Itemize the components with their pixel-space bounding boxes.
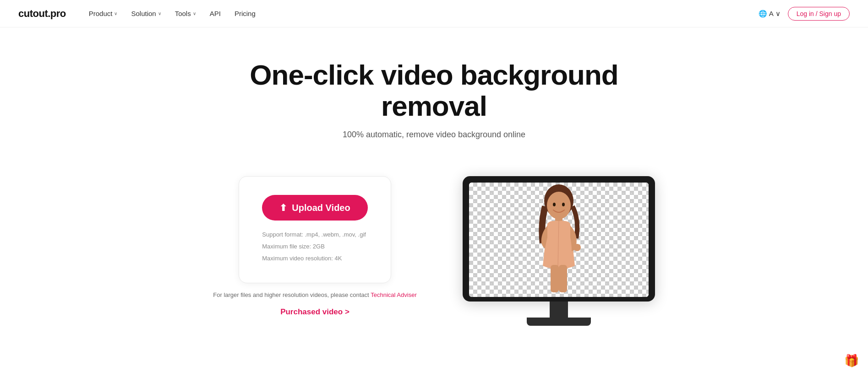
monitor-neck (550, 302, 568, 318)
language-button[interactable]: 🌐 A ∨ (759, 10, 781, 18)
technical-adviser-link[interactable]: Technical Adviser (371, 291, 416, 298)
size-info: Maximum file size: 2GB (262, 241, 367, 253)
monitor-base (527, 318, 591, 326)
upload-video-button[interactable]: ⬆ Upload Video (262, 195, 367, 221)
nav-links: Product ∨ Solution ∨ Tools ∨ API Pricing (89, 10, 759, 17)
nav-item-tools[interactable]: Tools ∨ (175, 10, 196, 17)
nav-right: 🌐 A ∨ Log in / Sign up (759, 7, 850, 21)
navbar: cutout.pro Product ∨ Solution ∨ Tools ∨ … (0, 0, 868, 27)
svg-rect-6 (551, 265, 559, 292)
main-content: ⬆ Upload Video Support format: .mp4, .we… (0, 158, 868, 326)
woman-figure (522, 183, 595, 297)
hero-subtitle: 100% automatic, remove video background … (343, 130, 525, 140)
hero-title: One-click video background removal (228, 59, 640, 122)
monitor-screen (469, 183, 649, 297)
svg-point-5 (573, 244, 581, 251)
chevron-down-icon: ∨ (193, 11, 196, 16)
hero-section: One-click video background removal 100% … (0, 27, 868, 158)
format-info: Support format: .mp4, .webm, .mov, .gif (262, 229, 367, 241)
svg-point-2 (553, 203, 556, 206)
monitor-wrap (463, 176, 655, 326)
upload-section: ⬆ Upload Video Support format: .mp4, .we… (213, 176, 416, 317)
upload-btn-label: Upload Video (292, 203, 350, 213)
nav-item-product[interactable]: Product ∨ (89, 10, 118, 17)
chevron-down-icon: ∨ (158, 11, 161, 16)
nav-item-api[interactable]: API (210, 10, 221, 17)
lang-label: A (769, 10, 774, 17)
lang-icon: 🌐 (759, 10, 767, 18)
upload-icon: ⬆ (279, 202, 287, 213)
upload-card: ⬆ Upload Video Support format: .mp4, .we… (239, 176, 391, 283)
lang-chevron-icon: ∨ (775, 10, 781, 18)
gift-icon[interactable]: 🎁 (844, 354, 859, 368)
svg-point-1 (547, 192, 571, 219)
svg-rect-7 (559, 265, 567, 292)
nav-label-solution: Solution (131, 10, 156, 17)
nav-label-pricing: Pricing (235, 10, 256, 17)
monitor (463, 176, 655, 302)
upload-info: Support format: .mp4, .webm, .mov, .gif … (262, 229, 367, 264)
login-button[interactable]: Log in / Sign up (788, 7, 850, 21)
nav-label-tools: Tools (175, 10, 191, 17)
nav-label-product: Product (89, 10, 113, 17)
svg-point-3 (562, 203, 565, 206)
chevron-down-icon: ∨ (114, 11, 117, 16)
adviser-static-text: For larger files and higher resolution v… (213, 291, 369, 298)
nav-item-pricing[interactable]: Pricing (235, 10, 256, 17)
nav-label-api: API (210, 10, 221, 17)
nav-item-solution[interactable]: Solution ∨ (131, 10, 161, 17)
adviser-text: For larger files and higher resolution v… (213, 291, 416, 298)
resolution-info: Maximum video resolution: 4K (262, 253, 367, 264)
logo[interactable]: cutout.pro (18, 8, 66, 20)
purchased-video-link[interactable]: Purchased video > (280, 307, 349, 317)
